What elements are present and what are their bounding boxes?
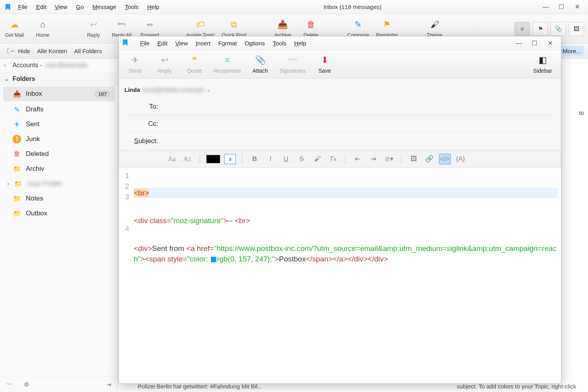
compose-maximize[interactable]: ☐ <box>530 39 538 47</box>
compose-signatures[interactable]: 〰Signatures <box>279 55 306 74</box>
font-family-button[interactable]: Aa <box>166 154 178 165</box>
paint-button[interactable]: 🖌 <box>311 154 323 165</box>
compose-menu-view[interactable]: View <box>171 38 192 48</box>
underline-button[interactable]: U <box>280 154 292 165</box>
minimize-button[interactable]: — <box>542 3 550 11</box>
toolbar-quickpost[interactable]: ⧉Quick Post <box>222 20 246 38</box>
cc-input[interactable] <box>163 117 544 131</box>
image-button[interactable]: 🖼 <box>408 154 419 165</box>
compose-save[interactable]: ⬇Save <box>314 55 335 74</box>
chat-icon[interactable]: 〰 <box>6 381 12 388</box>
strike-button[interactable]: S <box>296 154 307 165</box>
deleted-icon: 🗑 <box>13 150 21 158</box>
sidebar-item-junk[interactable]: ! Junk <box>0 132 118 147</box>
list-button[interactable]: ≣▾ <box>383 154 395 165</box>
compose-menu-options[interactable]: Options <box>241 38 269 48</box>
sidebar-item-label: Archiv <box>26 165 44 173</box>
sidebar-item-label: Inbox <box>26 90 42 98</box>
compose-reply[interactable]: ↩Reply <box>154 55 175 74</box>
hide-button[interactable]: 〔← Hide <box>4 47 30 55</box>
drafts-icon: ✎ <box>13 105 21 114</box>
sidebar-item-archiv[interactable]: 📁 Archiv <box>0 161 118 176</box>
accounts-header[interactable]: › Accounts - user@example <box>0 59 118 72</box>
menu-message[interactable]: Message <box>88 2 120 12</box>
toolbar-replyall[interactable]: ⮪Reply All <box>111 20 132 38</box>
compose-menu-format[interactable]: Format <box>214 38 241 48</box>
close-button[interactable]: ✕ <box>573 3 581 11</box>
more-button[interactable]: More... <box>559 46 584 56</box>
font-size-button[interactable]: A↕ <box>182 154 193 165</box>
sidebar-item-userfolder[interactable]: › 📁 User Folder <box>0 176 118 191</box>
from-dropdown-icon[interactable]: ⌄ <box>204 86 214 93</box>
source-button[interactable]: </> <box>439 154 451 165</box>
toolbar-archive[interactable]: 📥Archive <box>272 20 293 38</box>
sidebar-item-deleted[interactable]: 🗑 Deleted <box>0 147 118 161</box>
sidebar-item-label: Deleted <box>26 150 49 158</box>
bold-button[interactable]: B <box>249 154 261 165</box>
menu-help[interactable]: Help <box>143 2 163 12</box>
toolbar-theme[interactable]: 🖌Theme <box>424 20 445 38</box>
template-button[interactable]: {A} <box>455 154 466 165</box>
highlight-color-swatch[interactable]: a <box>224 154 236 164</box>
compose-menu-bar: File Edit View Insert Format Options Too… <box>119 36 561 50</box>
to-input[interactable] <box>163 100 544 113</box>
all-folders-button[interactable]: All Folders <box>74 48 102 54</box>
toolbar-assigntopic[interactable]: 🏷Assign Topic <box>186 20 215 38</box>
maximize-button[interactable]: ☐ <box>557 3 565 11</box>
sidebar-item-sent[interactable]: ✈ Sent <box>0 117 118 132</box>
color-preview-icon <box>211 257 216 262</box>
compose-close[interactable]: ✕ <box>546 39 554 47</box>
outdent-button[interactable]: ⇤ <box>352 154 363 165</box>
view-attach-icon[interactable]: 📎 <box>550 22 566 36</box>
folders-header[interactable]: ⌄ Folders <box>0 72 118 86</box>
link-button[interactable]: 🔗 <box>423 154 435 165</box>
accounts-label: Accounts - <box>13 62 42 69</box>
folder-sidebar: › Accounts - user@example ⌄ Folders 📥 In… <box>0 59 118 392</box>
toolbar-getmail[interactable]: ☁Get Mail <box>4 20 25 38</box>
settings-icon[interactable]: ⚙ <box>24 381 29 388</box>
menu-file[interactable]: File <box>14 2 31 12</box>
compose-window-controls: — ☐ ✕ <box>515 39 559 47</box>
toolbar-delete[interactable]: 🗑Delete <box>300 20 322 38</box>
view-list-icon[interactable]: ≡ <box>514 22 530 36</box>
compose-menu-tools[interactable]: Tools <box>269 38 290 48</box>
text-color-swatch[interactable] <box>206 155 220 163</box>
view-image-icon[interactable]: 🖼 <box>568 22 584 36</box>
sidebar-item-drafts[interactable]: ✎ Drafts <box>0 102 118 117</box>
compose-quote[interactable]: ❝Quote <box>184 55 205 74</box>
italic-button[interactable]: I <box>264 154 276 165</box>
toolbar-reply[interactable]: ↩Reply <box>83 20 104 38</box>
compose-sidebar[interactable]: ◧Sidebar <box>532 55 553 74</box>
menu-go[interactable]: Go <box>72 2 88 12</box>
compose-attach[interactable]: 📎Attach <box>250 55 271 74</box>
compose-menu-file[interactable]: File <box>136 38 153 48</box>
compose-menu-edit[interactable]: Edit <box>153 38 171 48</box>
expand-icon[interactable]: ⇥ <box>106 381 111 388</box>
subject-input[interactable] <box>163 134 544 148</box>
compose-responses[interactable]: ≡Responses <box>214 55 241 74</box>
toolbar-home[interactable]: ⌂Home <box>32 20 53 38</box>
sidebar-item-label: Drafts <box>26 106 43 113</box>
sidebar-item-notes[interactable]: 📁 Notes <box>0 191 118 206</box>
compose-menu-insert[interactable]: Insert <box>192 38 214 48</box>
menu-edit[interactable]: Edit <box>32 2 50 12</box>
html-source-editor[interactable]: 1 2 3 4 <br> <div class="moz-signature">… <box>119 168 561 383</box>
toolbar-forward[interactable]: ➦Forward <box>139 20 160 38</box>
indent-button[interactable]: ⇥ <box>367 154 379 165</box>
folder-icon: 📁 <box>13 165 21 173</box>
clear-format-button[interactable]: Tx <box>327 154 339 165</box>
menu-view[interactable]: View <box>51 2 71 12</box>
menu-tools[interactable]: Tools <box>121 2 142 12</box>
compose-minimize[interactable]: — <box>515 39 523 47</box>
view-flag-icon[interactable]: ⚑ <box>532 22 548 36</box>
toolbar-compose[interactable]: ✎Compose <box>347 20 369 38</box>
sidebar-item-outbox[interactable]: 📁 Outbox <box>0 206 118 221</box>
topic-hint-snippet: subject. To add colors to your Topic, ri… <box>457 383 576 390</box>
compose-menu-help[interactable]: Help <box>290 38 310 48</box>
sidebar-item-label: Junk <box>26 135 40 143</box>
compose-send[interactable]: ✈Send <box>124 55 146 74</box>
toolbar-reminder[interactable]: ⚑Reminder <box>376 20 398 38</box>
code-body[interactable]: <br> <div class="moz-signature">-- <br> … <box>132 168 561 383</box>
all-accounts-button[interactable]: Alle Konten <box>37 48 67 54</box>
sidebar-item-inbox[interactable]: 📥 Inbox 107 <box>3 86 115 101</box>
